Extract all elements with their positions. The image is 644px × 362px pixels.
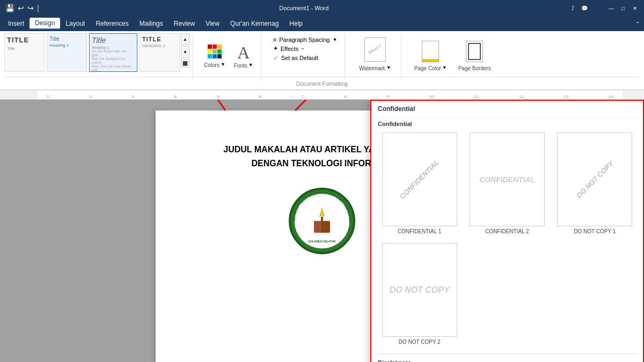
colors-button[interactable]: Colors ▼ xyxy=(202,42,228,70)
watermark-dropdown-icon: ▼ xyxy=(386,65,391,70)
watermark-panel-header: Confidential xyxy=(371,101,643,117)
page-color-button[interactable]: Page Color ▼ xyxy=(410,39,451,73)
menu-insert[interactable]: Insert xyxy=(3,18,30,29)
wm-donotcopy2[interactable]: DO NOT COPY DO NOT COPY 2 xyxy=(378,243,461,345)
effects-label: Effects xyxy=(281,46,298,52)
wm-confidential2[interactable]: CONFIDENTIAL CONFIDENTIAL 2 xyxy=(465,132,548,234)
watermark-label: Watermark xyxy=(359,65,385,71)
svg-rect-5 xyxy=(314,221,322,233)
color-palette-icon xyxy=(208,45,222,58)
title-bar: 💾 ↩ ↪ | Document1 - Word ⤴ 💬 — □ ✕ xyxy=(0,0,644,16)
watermark-section: DRAFT Watermark ▼ xyxy=(349,33,401,79)
page-borders-label: Page Borders xyxy=(458,65,491,71)
page-color-label: Page Color xyxy=(414,65,441,71)
window-title: Document1 - Word xyxy=(39,5,569,11)
wm-category-disclaimers: Disclaimers xyxy=(371,356,643,362)
style-gallery-section: TITLE Title Title Heading 1 xyxy=(4,33,193,79)
style-normal[interactable]: Title Heading 1 Do the Insert tab, the g… xyxy=(89,33,137,72)
main-area: JUDUL MAKALAH ATAU ARTIKEL YANG BERKA DE… xyxy=(0,100,644,362)
page-borders-button[interactable]: Page Borders xyxy=(454,39,495,73)
menu-bar: Insert Design Layout References Mailings… xyxy=(0,16,644,31)
comment-icon[interactable]: 💬 xyxy=(581,4,588,12)
checkmark-icon: ✓ xyxy=(273,54,279,62)
paragraph-spacing-button[interactable]: ≡ Paragraph Spacing ▼ xyxy=(271,35,340,44)
wm-confidential1-label: CONFIDENTIAL 1 xyxy=(398,228,441,234)
wm-category-confidential: Confidential xyxy=(371,117,643,130)
watermark-panel: Confidential Confidential CONFIDENTIAL C… xyxy=(370,100,644,362)
svg-rect-9 xyxy=(321,217,323,222)
svg-text:SULAWESI SELATAN: SULAWESI SELATAN xyxy=(309,240,336,243)
wm-confidential1[interactable]: CONFIDENTIAL CONFIDENTIAL 1 xyxy=(378,132,461,234)
set-as-default-button[interactable]: ✓ Set as Default xyxy=(271,53,340,63)
menu-layout[interactable]: Layout xyxy=(60,18,90,29)
paragraph-spacing-label: Paragraph Spacing xyxy=(279,36,330,43)
set-as-default-label: Set as Default xyxy=(281,55,318,61)
ruler: ·1· ·2· ·3· ·4· ·5· ·6· ·7· ·8· ·9· ·10·… xyxy=(0,90,644,100)
wm-confidential2-label: CONFIDENTIAL 2 xyxy=(485,228,529,234)
wm-donotcopy1[interactable]: DO NOT COPY DO NOT COPY 1 xyxy=(553,132,636,234)
expand-ribbon-icon[interactable]: ⌃ xyxy=(634,20,641,27)
fonts-dropdown-icon: ▼ xyxy=(248,62,253,68)
minimize-button[interactable]: — xyxy=(608,4,615,12)
school-logo-svg: SEKOLAH TINGGI KEGURUAN DAN ILMU PENDIDI… xyxy=(287,186,357,256)
scroll-expand-button[interactable]: ⬛ xyxy=(181,59,189,68)
menu-mailings[interactable]: Mailings xyxy=(134,18,169,29)
ribbon: TITLE Title Title Heading 1 xyxy=(0,31,644,90)
wm-donotcopy2-grid: DO NOT COPY DO NOT COPY 2 xyxy=(371,241,643,351)
effects-button[interactable]: ✦ Effects ~ xyxy=(271,44,340,53)
effects-icon: ✦ xyxy=(273,45,278,52)
colors-label: Colors xyxy=(204,62,219,68)
colors-dropdown-icon: ▼ xyxy=(221,62,225,67)
effects-dropdown: ~ xyxy=(301,46,304,51)
menu-review[interactable]: Review xyxy=(169,18,200,29)
ruler-inner: ·1· ·2· ·3· ·4· ·5· ·6· ·7· ·8· ·9· ·10·… xyxy=(38,91,623,99)
wm-confidential-grid: CONFIDENTIAL CONFIDENTIAL 1 CONFIDENTIAL… xyxy=(371,130,643,241)
page-color-icon xyxy=(422,41,439,62)
page-borders-icon xyxy=(466,41,483,62)
colors-fonts-section: Colors ▼ A Fonts ▼ xyxy=(196,33,261,79)
scroll-up-button[interactable]: ▲ xyxy=(181,33,189,45)
menu-references[interactable]: References xyxy=(90,18,134,29)
fonts-label: Fonts xyxy=(234,63,247,69)
style-heading[interactable]: Title Heading 1 xyxy=(47,33,87,72)
paragraph-section: ≡ Paragraph Spacing ▼ ✦ Effects ~ ✓ Set … xyxy=(266,33,346,79)
menu-help[interactable]: Help xyxy=(284,18,308,29)
wm-donotcopy1-label: DO NOT COPY 1 xyxy=(574,228,616,234)
menu-design[interactable]: Design xyxy=(30,18,60,29)
page-tools-section: Page Color ▼ Page Borders xyxy=(406,33,500,79)
paragraph-spacing-dropdown: ▼ xyxy=(332,37,337,42)
menu-quran[interactable]: Qur'an Kemenag xyxy=(225,18,284,29)
style-gallery: TITLE Title Title Heading 1 xyxy=(4,33,180,72)
watermark-icon: DRAFT xyxy=(364,38,386,62)
gallery-scroll: ▲ ▼ ⬛ xyxy=(181,33,189,72)
scroll-down-button[interactable]: ▼ xyxy=(181,46,189,58)
style-title[interactable]: TITLE Title xyxy=(4,33,45,72)
style-title2[interactable]: TITLE HEADING 1 xyxy=(140,33,180,72)
fonts-icon: A xyxy=(237,44,250,61)
watermark-button[interactable]: DRAFT Watermark ▼ xyxy=(355,35,395,73)
close-button[interactable]: ✕ xyxy=(631,4,639,12)
maximize-button[interactable]: □ xyxy=(619,4,627,12)
document-formatting-label: Document Formatting xyxy=(296,81,348,87)
menu-view[interactable]: View xyxy=(200,18,225,29)
page-color-dropdown: ▼ xyxy=(442,65,447,70)
wm-divider xyxy=(378,353,636,354)
fonts-button[interactable]: A Fonts ▼ xyxy=(232,42,255,71)
wm-donotcopy2-label: DO NOT COPY 2 xyxy=(399,339,441,345)
share-icon[interactable]: ⤴ xyxy=(569,4,576,12)
paragraph-spacing-icon: ≡ xyxy=(273,36,276,43)
